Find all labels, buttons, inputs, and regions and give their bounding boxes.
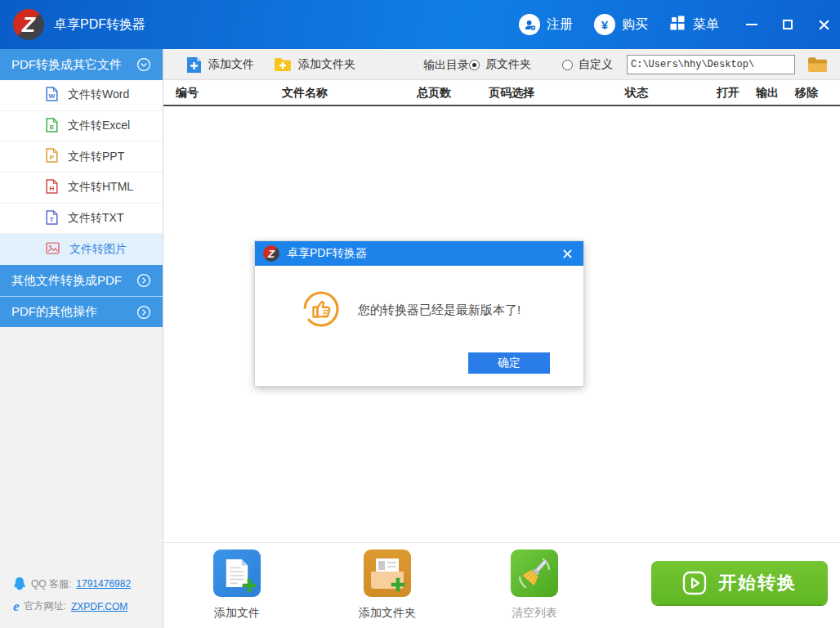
svg-text:W: W: [49, 92, 56, 100]
dialog-message: 您的转换器已经是最新版本了!: [358, 266, 521, 354]
excel-doc-icon: E: [46, 118, 58, 135]
menu-label: 菜单: [693, 16, 719, 34]
menu-button[interactable]: 菜单: [669, 15, 719, 35]
radio-original-folder[interactable]: 原文件夹: [469, 49, 531, 80]
browser-e-icon: e: [13, 601, 20, 612]
add-file-icon: [186, 56, 202, 74]
sidebar-item-pdf-to-txt[interactable]: T 文件转TXT: [0, 204, 163, 235]
add-file-big-icon: [213, 550, 261, 597]
dialog-titlebar: Z 卓享PDF转换器: [255, 241, 583, 266]
clear-list-broom-icon: [511, 550, 558, 597]
txt-doc-icon: T: [46, 210, 58, 227]
maximize-button[interactable]: [781, 18, 794, 31]
play-icon: [682, 571, 707, 595]
output-dir-label: 输出目录:: [423, 49, 472, 80]
sidebar: PDF转换成其它文件 W 文件转Word E 文件转Excel P 文件转PP: [0, 49, 163, 628]
thumbs-up-icon: [302, 290, 340, 331]
buy-button[interactable]: ¥ 购买: [594, 14, 648, 35]
chevron-down-circle-icon: [136, 57, 151, 72]
sidebar-items: W 文件转Word E 文件转Excel P 文件转PPT H 文: [0, 80, 163, 265]
col-filename: 文件名称: [282, 80, 328, 105]
titlebar-actions: 注册 ¥ 购买 菜单: [519, 0, 719, 49]
sidebar-section-pdf-to-other[interactable]: PDF转换成其它文件: [0, 49, 163, 80]
website-label: 官方网址:: [25, 599, 66, 613]
folder-icon: [807, 56, 828, 73]
svg-text:P: P: [50, 154, 55, 161]
col-open: 打开: [717, 80, 739, 105]
col-page-select: 页码选择: [489, 80, 534, 105]
register-button[interactable]: 注册: [519, 14, 573, 35]
svg-text:E: E: [50, 123, 55, 131]
radio-circle-icon: [562, 60, 573, 70]
add-file-big-button[interactable]: 添加文件: [200, 550, 274, 621]
qq-support-line: QQ 客服: 1791476982: [0, 572, 163, 595]
clear-list-label: 清空列表: [512, 606, 557, 621]
add-folder-icon: [274, 57, 292, 72]
support-info: QQ 客服: 1791476982 e 官方网址: ZXPDF.COM: [0, 572, 163, 617]
col-status: 状态: [625, 80, 648, 105]
ok-button[interactable]: 确定: [468, 352, 550, 374]
titlebar: Z 卓享PDF转换器 注册 ¥ 购买 菜单: [0, 0, 840, 49]
start-convert-button[interactable]: 开始转换: [651, 561, 828, 604]
register-label: 注册: [547, 16, 573, 34]
add-folder-label: 添加文件夹: [298, 57, 355, 72]
yen-icon: ¥: [594, 14, 615, 35]
radio-custom[interactable]: 自定义: [562, 49, 613, 80]
buy-label: 购买: [622, 16, 648, 34]
toolbar: 添加文件 添加文件夹 输出目录: 原文件夹 自定义: [163, 49, 840, 80]
ppt-doc-icon: P: [46, 148, 58, 165]
website-line: e 官方网址: ZXPDF.COM: [0, 595, 163, 617]
add-file-button[interactable]: 添加文件: [186, 49, 254, 80]
sidebar-item-pdf-to-image[interactable]: 文件转图片: [0, 234, 163, 265]
sidebar-section-pdf-ops[interactable]: PDF的其他操作: [0, 296, 163, 327]
image-icon: [46, 242, 60, 257]
add-folder-big-label: 添加文件夹: [359, 606, 416, 621]
dialog-close-button[interactable]: [559, 245, 575, 262]
qq-label: QQ 客服:: [31, 577, 71, 591]
menu-grid-icon: [669, 15, 686, 35]
sidebar-item-pdf-to-word[interactable]: W 文件转Word: [0, 80, 163, 111]
start-convert-label: 开始转换: [718, 571, 797, 595]
col-remove: 移除: [795, 80, 818, 105]
dialog-logo-icon: Z: [263, 245, 279, 262]
qq-number-link[interactable]: 1791476982: [76, 578, 131, 590]
add-folder-big-button[interactable]: 添加文件夹: [351, 550, 424, 621]
add-folder-button[interactable]: 添加文件夹: [274, 49, 355, 80]
radio-dot-icon: [469, 60, 480, 70]
qq-penguin-icon: [13, 576, 26, 591]
add-file-label: 添加文件: [208, 57, 254, 72]
sidebar-item-pdf-to-excel[interactable]: E 文件转Excel: [0, 111, 163, 142]
chevron-right-circle-icon: [136, 305, 151, 320]
radio-custom-label: 自定义: [579, 57, 613, 72]
update-dialog: Z 卓享PDF转换器 您的转换器已经是最新版本了! 确定: [255, 241, 583, 386]
dialog-body: 您的转换器已经是最新版本了! 确定: [255, 266, 583, 386]
close-button[interactable]: [817, 18, 830, 31]
output-path-input[interactable]: [627, 55, 795, 74]
col-number: 编号: [176, 80, 199, 105]
register-user-icon: [519, 14, 540, 35]
add-folder-big-icon: [364, 550, 411, 597]
minimize-button[interactable]: [745, 18, 758, 31]
word-doc-icon: W: [46, 87, 58, 104]
svg-text:T: T: [50, 216, 54, 223]
sidebar-item-pdf-to-ppt[interactable]: P 文件转PPT: [0, 141, 163, 173]
col-total-pages: 总页数: [417, 80, 451, 105]
html-doc-icon: H: [46, 179, 58, 196]
dialog-title: 卓享PDF转换器: [287, 246, 552, 261]
window-controls: [745, 0, 830, 49]
add-file-big-label: 添加文件: [214, 606, 260, 621]
website-link[interactable]: ZXPDF.COM: [71, 601, 127, 612]
chevron-right-circle-icon: [136, 273, 151, 288]
app-logo-icon: Z: [13, 9, 44, 40]
sidebar-item-pdf-to-html[interactable]: H 文件转HTML: [0, 173, 163, 204]
file-table-header: 编号 文件名称 总页数 页码选择 状态 打开 输出 移除: [163, 80, 840, 106]
browse-folder-button[interactable]: [806, 55, 829, 74]
radio-original-label: 原文件夹: [485, 57, 531, 72]
app-title: 卓享PDF转换器: [54, 0, 145, 49]
bottombar: 添加文件 添加文件夹: [163, 542, 840, 628]
clear-list-button[interactable]: 清空列表: [498, 550, 571, 621]
svg-text:H: H: [49, 185, 54, 192]
col-output: 输出: [756, 80, 779, 105]
app-window: Z 卓享PDF转换器 注册 ¥ 购买 菜单: [0, 0, 840, 628]
sidebar-section-other-to-pdf[interactable]: 其他文件转换成PDF: [0, 265, 163, 296]
